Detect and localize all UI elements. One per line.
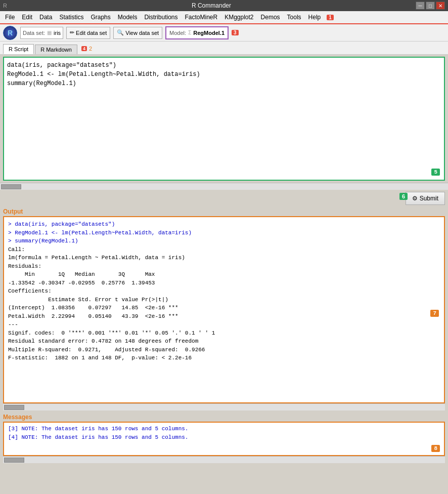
toolbar: R Data set: ▦ iris ✏ Edit data set 🔍 Vie… [0, 24, 448, 42]
menu-kmggplot2[interactable]: KMggplot2 [221, 13, 256, 22]
messages-hscroll-thumb[interactable] [4, 458, 24, 463]
output-line-21: Multiple R-squared: 0.9271, Adjusted R-s… [8, 346, 440, 354]
close-button[interactable]: ✕ [436, 2, 445, 10]
r-icon: R [3, 3, 7, 9]
output-line-4: > summary(RegModel.1) [8, 237, 440, 245]
script-line-1: data(iris, package="datasets") [7, 61, 441, 70]
message-line-1: [3] NOTE: The dataset iris has 150 rows … [8, 425, 440, 433]
menu-tools[interactable]: Tools [284, 13, 304, 22]
script-badge: 5 [431, 169, 440, 176]
script-line-2: RegModel.1 <- lm(Petal.Length~Petal.Widt… [7, 70, 441, 79]
output-box[interactable]: > data(iris, package="datasets") > RegMo… [3, 216, 445, 403]
dataset-label: Data set: [23, 30, 45, 36]
script-hscroll-thumb[interactable] [1, 184, 21, 189]
output-badge: 7 [430, 310, 439, 317]
output-line-0: > data(iris, package="datasets") [8, 220, 440, 229]
output-line-11: -1.33542 -0.30347 -0.02955 0.25776 1.394… [8, 279, 440, 287]
toolbar-badge: 3 [232, 30, 239, 35]
messages-section: Messages [3] NOTE: The dataset iris has … [3, 413, 445, 463]
messages-badge: 8 [431, 445, 440, 452]
messages-hscrollbar[interactable] [3, 456, 445, 463]
output-line-22: F-statistic: 1882 on 1 and 148 DF, p-val… [8, 354, 440, 362]
edit-dataset-button[interactable]: ✏ Edit data set [66, 27, 110, 39]
edit-icon: ✏ [70, 29, 74, 36]
model-icon: Σ [188, 30, 191, 35]
minimize-button[interactable]: ─ [416, 2, 425, 10]
output-line-6: Call: [8, 245, 440, 254]
menu-bar: File Edit Data Statistics Graphs Models … [0, 11, 448, 24]
tabs-badge: 4 [81, 46, 87, 51]
output-line-16: Petal.Width 2.22994 0.05140 43.39 <2e-16… [8, 312, 440, 321]
output-line-10: Min 1Q Median 3Q Max [8, 270, 440, 279]
menu-factominer[interactable]: FactoMineR [182, 13, 220, 22]
model-name: RegModel.1 [193, 30, 225, 36]
output-line-13: Coefficients: [8, 287, 440, 296]
menu-badge: 1 [327, 15, 334, 20]
tab-r-script[interactable]: R Script [3, 44, 34, 54]
badge-label: 2 [89, 46, 92, 52]
model-group: Model: Σ RegModel.1 [165, 26, 229, 39]
submit-icon: ⚙ [412, 195, 418, 202]
menu-demos[interactable]: Demos [258, 13, 283, 22]
output-line-20: Residual standard error: 0.4782 on 148 d… [8, 337, 440, 346]
messages-box[interactable]: [3] NOTE: The dataset iris has 150 rows … [3, 422, 445, 456]
model-label: Model: [169, 30, 186, 36]
r-logo: R [3, 26, 17, 40]
output-line-7: lm(formula = Petal.Length ~ Petal.Width,… [8, 254, 440, 262]
submit-badge: 6 [399, 193, 408, 200]
output-hscrollbar[interactable] [3, 403, 445, 410]
view-icon: 🔍 [117, 29, 124, 36]
message-line-2: [4] NOTE: The dataset iris has 150 rows … [8, 433, 440, 442]
menu-data[interactable]: Data [36, 13, 55, 22]
menu-models[interactable]: Models [115, 13, 141, 22]
output-line-18: Signif. codes: 0 '***' 0.001 '**' 0.01 '… [8, 329, 440, 338]
menu-graphs[interactable]: Graphs [87, 13, 113, 22]
script-line-3: summary(RegModel.1) [7, 79, 441, 88]
output-line-2: > RegModel.1 <- lm(Petal.Length~Petal.Wi… [8, 229, 440, 237]
tab-r-markdown[interactable]: R Markdown [35, 45, 77, 54]
menu-file[interactable]: File [2, 13, 18, 22]
dataset-name: iris [54, 30, 61, 36]
output-line-9: Residuals: [8, 262, 440, 271]
tabs-bar: R Script R Markdown 4 2 [0, 42, 448, 55]
submit-area: 6 ⚙ Submit [0, 190, 448, 207]
submit-button[interactable]: ⚙ Submit [406, 192, 445, 205]
dataset-group: Data set: ▦ iris [20, 27, 63, 39]
output-line-17: --- [8, 320, 440, 329]
window-controls: ─ □ ✕ [416, 2, 445, 10]
output-hscroll-thumb[interactable] [4, 405, 24, 410]
output-section: Output > data(iris, package="datasets") … [3, 207, 445, 410]
messages-header: Messages [3, 413, 445, 422]
menu-help[interactable]: Help [305, 13, 324, 22]
title-bar: R R Commander ─ □ ✕ [0, 0, 448, 11]
output-line-14: Estimate Std. Error t value Pr(>|t|) [8, 296, 440, 304]
script-hscrollbar[interactable] [0, 183, 448, 190]
output-header: Output [3, 207, 445, 216]
output-line-15: (Intercept) 1.08356 0.07297 14.85 <2e-16… [8, 304, 440, 312]
menu-edit[interactable]: Edit [19, 13, 35, 22]
dataset-icon: ▦ [47, 30, 52, 35]
maximize-button[interactable]: □ [426, 2, 435, 10]
menu-distributions[interactable]: Distributions [141, 13, 181, 22]
view-dataset-button[interactable]: 🔍 View data set [113, 27, 162, 39]
script-editor[interactable]: data(iris, package="datasets") RegModel.… [3, 57, 445, 181]
menu-statistics[interactable]: Statistics [56, 13, 86, 22]
window-title: R Commander [7, 2, 416, 9]
